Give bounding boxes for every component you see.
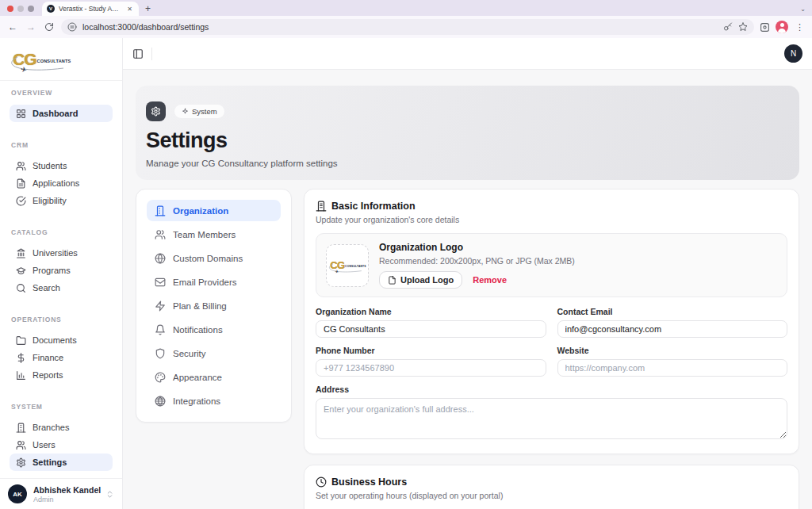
contact-email-input[interactable] [557,320,788,338]
sidebar-item-eligibility[interactable]: Eligibility [10,192,113,209]
browser-tab-strip: V Verastix - Study Abroad Platf ✕ + ⌄ [0,0,812,16]
app-topbar: N [123,38,812,70]
field-organization-name: Organization Name [316,307,546,338]
system-badge-label: System [192,107,217,116]
sidebar-user-menu[interactable]: AK Abhishek Kandel Admin [0,478,122,509]
extensions-icon[interactable] [760,22,770,33]
hero-gear-icon [146,101,166,121]
sidebar-item-label: Search [33,283,60,293]
new-tab-button[interactable]: + [139,3,157,16]
browser-profile-avatar[interactable] [776,21,788,33]
field-label: Website [557,346,788,355]
organization-logo-section: ✈ CG CONSULTANTS [316,233,787,297]
back-icon[interactable]: ← [6,21,19,33]
settings-tab-label: Security [173,349,206,358]
settings-tab-email-providers[interactable]: Email Providers [147,271,281,293]
url-text[interactable]: localhost:3000/dashboard/settings [82,22,718,32]
bookmark-star-icon[interactable] [738,22,748,32]
sparkles-icon [182,108,189,115]
tab-list-chevron-icon[interactable]: ⌄ [800,6,806,13]
settings-tab-team-members[interactable]: Team Members [147,224,281,245]
sidebar-toggle-icon[interactable] [132,48,144,59]
sidebar-item-search[interactable]: Search [10,279,113,297]
settings-nav-card: Organization Team Members Custom Domains [136,189,292,423]
field-label: Phone Number [316,346,546,355]
page-content: System Settings Manage your CG Consultan… [123,70,812,509]
settings-tab-integrations[interactable]: Integrations [147,390,281,411]
sidebar-item-students[interactable]: Students [10,157,113,174]
settings-tab-organization[interactable]: Organization [147,200,281,221]
site-info-icon[interactable] [67,22,77,32]
globe-icon [155,253,166,264]
sidebar-item-label: Branches [33,423,69,432]
sidebar-logo[interactable]: ✈ CG CONSULTANTS [0,38,122,81]
tab-favicon: V [47,5,55,13]
page-subtitle: Manage your CG Consultancy platform sett… [146,159,780,168]
reload-icon[interactable] [43,21,56,33]
page-title: Settings [146,128,780,153]
address-textarea[interactable] [316,398,787,439]
website-input[interactable] [557,359,788,377]
topbar-divider [151,48,152,60]
section-title-crm: CRM [10,141,113,149]
logo-swoosh [327,261,369,276]
window-minimize-button[interactable] [17,6,24,12]
card-subtitle: Update your organization's core details [316,215,787,224]
sidebar-item-branches[interactable]: Branches [10,419,113,436]
remove-logo-button[interactable]: Remove [473,275,507,285]
sidebar-item-label: Applications [33,178,79,188]
sidebar-item-users[interactable]: Users [10,436,113,454]
shield-icon [155,348,166,359]
settings-tab-label: Custom Domains [173,254,243,263]
address-bar[interactable]: localhost:3000/dashboard/settings [61,19,754,35]
basic-information-card: Basic Information Update your organizati… [304,189,799,454]
logo-preview: ✈ CG CONSULTANTS [326,244,369,287]
browser-toolbar: ← → localhost:3000/dashboard/settings ⋮ [0,16,812,38]
phone-number-input[interactable] [316,359,546,377]
sidebar-item-label: Programs [33,266,71,275]
logo-swoosh [6,52,75,76]
sidebar-item-universities[interactable]: Universities [10,244,113,262]
forward-icon[interactable]: → [25,21,37,33]
field-phone-number: Phone Number [316,346,546,377]
field-label: Contact Email [557,307,788,316]
settings-tab-security[interactable]: Security [147,343,281,364]
sidebar-item-label: Users [33,440,56,450]
password-key-icon[interactable] [723,22,733,32]
users-icon [16,161,26,171]
settings-tab-label: Notifications [173,325,223,335]
window-maximize-button[interactable] [28,6,34,12]
organization-name-input[interactable] [316,320,546,338]
sidebar-item-applications[interactable]: Applications [10,174,113,192]
globe-grid-icon [155,396,166,407]
sidebar-item-programs[interactable]: Programs [10,262,113,279]
settings-tab-notifications[interactable]: Notifications [147,319,281,340]
browser-menu-icon[interactable]: ⋮ [794,22,806,33]
building-icon [16,423,26,433]
palette-icon [155,372,166,383]
window-close-button[interactable] [7,6,13,12]
topbar-avatar[interactable]: N [784,44,802,63]
browser-tab[interactable]: V Verastix - Study Abroad Platf ✕ [42,2,139,16]
business-hours-card: Business Hours Set your operating hours … [304,465,799,509]
user-role: Admin [33,496,99,503]
tab-close-icon[interactable]: ✕ [125,5,134,13]
org-logo-image: ✈ CG CONSULTANTS [328,260,366,270]
settings-tab-plan-billing[interactable]: Plan & Billing [147,295,281,316]
sidebar-item-dashboard[interactable]: Dashboard [10,105,113,122]
file-icon [388,276,396,285]
sidebar-item-label: Universities [33,248,78,258]
settings-tab-custom-domains[interactable]: Custom Domains [147,247,281,269]
sidebar-item-label: Reports [33,370,63,380]
sidebar-item-label: Eligibility [33,196,67,205]
sidebar-item-reports[interactable]: Reports [10,366,113,384]
screen: V Verastix - Study Abroad Platf ✕ + ⌄ ← … [0,0,812,509]
bar-chart-icon [16,370,26,381]
settings-tab-appearance[interactable]: Appearance [147,366,281,388]
sidebar-item-settings[interactable]: Settings [10,454,113,471]
sidebar-item-finance[interactable]: Finance [10,349,113,366]
settings-tab-label: Email Providers [173,277,237,287]
upload-logo-button[interactable]: Upload Logo [379,271,462,289]
building-icon [316,201,327,212]
sidebar-item-documents[interactable]: Documents [10,331,113,349]
